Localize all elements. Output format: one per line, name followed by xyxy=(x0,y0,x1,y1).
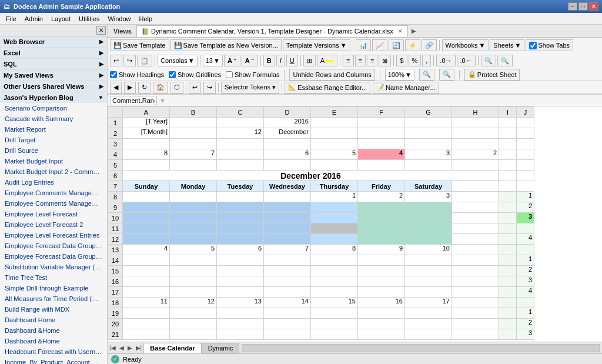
cell-h5[interactable] xyxy=(452,160,499,171)
cell-b2[interactable] xyxy=(170,128,217,139)
cell-i11[interactable] xyxy=(499,223,517,234)
menu-file[interactable]: File xyxy=(2,14,20,24)
cell-d21[interactable] xyxy=(264,329,311,340)
cell-c21[interactable] xyxy=(217,329,264,340)
nav-back-button[interactable]: ◀ xyxy=(110,82,122,93)
cell-b15[interactable] xyxy=(170,266,217,276)
cell-i9[interactable] xyxy=(499,202,517,213)
dec-decrease-button[interactable]: .0← xyxy=(457,55,476,66)
cell-h4[interactable]: 2 xyxy=(452,149,499,160)
cell-b1[interactable] xyxy=(170,118,217,128)
cell-a5[interactable] xyxy=(123,160,170,171)
cell-a8[interactable] xyxy=(123,192,170,202)
cell-g1[interactable] xyxy=(405,118,452,128)
cell-d3[interactable] xyxy=(264,139,311,149)
cell-d1[interactable]: 2016 xyxy=(264,118,311,128)
cell-e16[interactable] xyxy=(311,276,358,287)
sidebar-item-dashboard-home[interactable]: Dashboard &Home xyxy=(0,336,107,346)
cell-j14[interactable]: 1 xyxy=(517,255,534,266)
sheets-button[interactable]: Sheets ▼ xyxy=(490,39,524,51)
close-button[interactable]: ✕ xyxy=(589,2,598,11)
cell-c1[interactable] xyxy=(217,118,264,128)
sidebar-item-time-tree-test[interactable]: Time Tree Test xyxy=(0,272,107,283)
views-right-arrow[interactable]: ▶ xyxy=(409,28,419,34)
cell-a20[interactable] xyxy=(123,319,170,329)
cell-c2[interactable]: 12 xyxy=(217,128,264,139)
cell-e3[interactable] xyxy=(311,139,358,149)
col-header-a[interactable]: A xyxy=(123,107,170,118)
sidebar-item-drill-target[interactable]: Drill Target xyxy=(0,135,107,145)
cell-j12[interactable]: 4 xyxy=(517,234,534,245)
cell-a15[interactable] xyxy=(123,266,170,276)
cell-c12[interactable] xyxy=(217,234,264,245)
icon-btn-3[interactable]: 🔄 xyxy=(389,39,404,51)
cell-g19[interactable] xyxy=(405,308,452,319)
cell-i2[interactable] xyxy=(499,128,517,139)
redo-button[interactable]: ↪ xyxy=(123,55,136,66)
cell-c16[interactable] xyxy=(217,276,264,287)
cell-j19[interactable]: 1 xyxy=(517,308,534,319)
menu-admin[interactable]: Admin xyxy=(21,14,46,24)
cell-j10[interactable]: 3 xyxy=(517,213,534,223)
cell-d20[interactable] xyxy=(264,319,311,329)
cell-e5[interactable] xyxy=(311,160,358,171)
sidebar-section-header-web-browser[interactable]: Web Browser ▶ xyxy=(0,36,107,47)
sidebar-item-employee-level-forecast-entries[interactable]: Employee Level Forecast Entries xyxy=(0,230,107,241)
cell-f5[interactable] xyxy=(358,160,405,171)
col-header-g[interactable]: G xyxy=(405,107,452,118)
cell-e11[interactable] xyxy=(311,223,358,234)
cell-i5[interactable] xyxy=(499,160,517,171)
cell-j4[interactable] xyxy=(517,149,534,160)
cell-g17[interactable] xyxy=(405,287,452,298)
cell-c11[interactable] xyxy=(217,223,264,234)
font-dropdown[interactable]: Consolas ▼ xyxy=(158,55,198,66)
cell-c20[interactable] xyxy=(217,319,264,329)
cell-c19[interactable] xyxy=(217,308,264,319)
cell-e13[interactable]: 8 xyxy=(311,245,358,255)
cell-g21[interactable] xyxy=(405,329,452,340)
sidebar-item-employee-level-forecast-2[interactable]: Employee Level Forecast 2 xyxy=(0,219,107,230)
zoom-out-button[interactable]: 🔍 xyxy=(497,55,513,66)
cell-i21[interactable] xyxy=(499,329,517,340)
percent-button[interactable]: % xyxy=(409,55,422,66)
sheet-tab-dynamic[interactable]: Dynamic xyxy=(202,343,240,353)
sidebar-item-dashboard-home[interactable]: Dashboard Home xyxy=(0,315,107,325)
cell-e12[interactable] xyxy=(311,234,358,245)
cell-c18[interactable]: 13 xyxy=(217,298,264,308)
cell-f3[interactable] xyxy=(358,139,405,149)
save-template-button[interactable]: 💾 Save Template xyxy=(110,39,169,51)
cell-b18[interactable]: 12 xyxy=(170,298,217,308)
cell-i1[interactable] xyxy=(499,118,517,128)
cell-f19[interactable] xyxy=(358,308,405,319)
sidebar-item-substitution-variable-manager-vess-[interactable]: Substitution Variable Manager (Vess) xyxy=(0,262,107,272)
cell-g15[interactable] xyxy=(405,266,452,276)
sidebar-item-scenario-comparison[interactable]: Scenario Comparison xyxy=(0,103,107,113)
cell-c8[interactable] xyxy=(217,192,264,202)
cell-f11[interactable] xyxy=(358,223,405,234)
cell-b4[interactable]: 7 xyxy=(170,149,217,160)
cell-i15[interactable] xyxy=(499,266,517,276)
sidebar-item-employee-forecast-data-grouping-2[interactable]: Employee Forecast Data Grouping 2 xyxy=(0,251,107,262)
cell-g10[interactable] xyxy=(405,213,452,223)
cell-c3[interactable] xyxy=(217,139,264,149)
cell-g14[interactable] xyxy=(405,255,452,266)
sidebar-item-drill-source[interactable]: Drill Source xyxy=(0,145,107,156)
cell-d5[interactable] xyxy=(264,160,311,171)
cell-e17[interactable] xyxy=(311,287,358,298)
cell-b13[interactable]: 5 xyxy=(170,245,217,255)
fill-color-button[interactable]: A xyxy=(317,55,337,66)
zoom-dropdown[interactable]: 100% ▼ xyxy=(385,69,414,81)
cell-b5[interactable] xyxy=(170,160,217,171)
cell-d14[interactable] xyxy=(264,255,311,266)
cell-a1[interactable]: [T.Year] xyxy=(123,118,170,128)
cell-h19[interactable] xyxy=(452,308,499,319)
cell-e18[interactable]: 15 xyxy=(311,298,358,308)
cell-e19[interactable] xyxy=(311,308,358,319)
cell-h11[interactable] xyxy=(452,223,499,234)
cell-d18[interactable]: 14 xyxy=(264,298,311,308)
cell-c14[interactable] xyxy=(217,255,264,266)
cell-j3[interactable] xyxy=(517,139,534,149)
sidebar-item-market-report[interactable]: Market Report xyxy=(0,124,107,135)
cell-i19[interactable] xyxy=(499,308,517,319)
nav-stop-button[interactable]: ⬡ xyxy=(170,82,183,93)
